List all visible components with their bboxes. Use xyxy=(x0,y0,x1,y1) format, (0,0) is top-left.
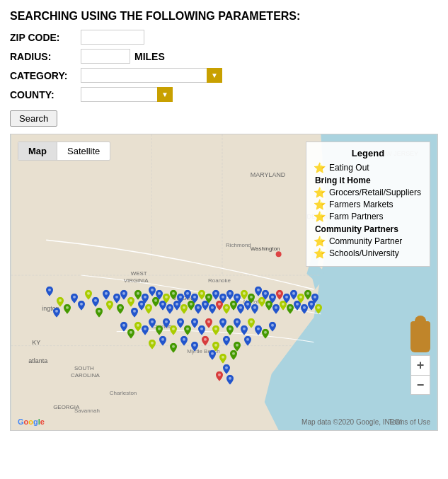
map-pin[interactable] xyxy=(248,318,255,330)
svg-point-124 xyxy=(236,344,239,347)
zoom-in-button[interactable]: + xyxy=(410,355,430,375)
map-pin[interactable] xyxy=(166,304,173,316)
zoom-out-button[interactable]: − xyxy=(410,375,430,395)
map-pin[interactable] xyxy=(134,322,142,334)
farm-partners-icon: ⭐ xyxy=(315,212,325,221)
radius-label: RADIUS: xyxy=(10,51,81,62)
map-pin[interactable] xyxy=(301,304,308,316)
svg-point-74 xyxy=(250,296,253,299)
svg-point-64 xyxy=(214,292,217,295)
svg-point-117 xyxy=(161,338,164,341)
map-pin[interactable] xyxy=(120,322,127,334)
legend-farmers-markets: ⭐ Farmers Markets xyxy=(315,200,421,209)
map-pin[interactable] xyxy=(145,304,152,316)
page-title: SEARCHING USING THE FOLLOWING PARAMETERS… xyxy=(10,10,438,23)
svg-point-44 xyxy=(144,296,147,299)
grocers-icon: ⭐ xyxy=(315,187,325,197)
map-pin[interactable] xyxy=(209,304,216,316)
map-pin[interactable] xyxy=(272,304,280,316)
map-pin[interactable] xyxy=(244,336,251,348)
map-pin[interactable] xyxy=(269,322,276,334)
map-pin[interactable] xyxy=(46,287,53,299)
map-type-map-button[interactable]: Map xyxy=(18,142,57,160)
svg-point-41 xyxy=(133,310,136,313)
map-pin[interactable] xyxy=(117,304,124,316)
map-pin[interactable] xyxy=(234,318,241,330)
map-pin[interactable] xyxy=(170,343,177,355)
svg-point-127 xyxy=(222,356,224,359)
map-pin[interactable] xyxy=(149,318,156,330)
svg-point-80 xyxy=(271,296,274,299)
map-pin[interactable] xyxy=(219,318,226,330)
map-pin[interactable] xyxy=(159,336,166,348)
svg-point-54 xyxy=(179,296,182,299)
map-pin[interactable] xyxy=(127,329,134,341)
county-select-wrap: ▼ xyxy=(81,87,173,102)
category-select[interactable] xyxy=(81,68,222,83)
svg-point-86 xyxy=(292,292,295,295)
map-pin[interactable] xyxy=(180,304,188,316)
map-pin[interactable] xyxy=(202,336,209,348)
map-pin[interactable] xyxy=(170,325,177,337)
map-pin[interactable] xyxy=(53,308,60,320)
search-params-section: SEARCHING USING THE FOLLOWING PARAMETERS… xyxy=(0,0,448,134)
map-pin[interactable] xyxy=(177,318,184,330)
map-pin[interactable] xyxy=(216,371,223,383)
map-pin[interactable] xyxy=(255,325,262,337)
map-pin[interactable] xyxy=(262,329,269,341)
bring-it-home-title: Bring it Home xyxy=(315,175,421,185)
svg-point-96 xyxy=(137,324,139,327)
map-pin[interactable] xyxy=(209,350,216,362)
legend-grocers: ⭐ Grocers/Retail/Suppliers xyxy=(315,187,421,197)
zip-row: ZIP CODE: xyxy=(10,30,438,45)
map-pin[interactable] xyxy=(195,304,202,316)
map-pin[interactable] xyxy=(191,342,198,354)
map-pin[interactable] xyxy=(163,318,170,330)
map-pin[interactable] xyxy=(106,301,113,313)
map-pin[interactable] xyxy=(71,294,78,306)
map-pin[interactable] xyxy=(223,336,230,348)
pegman-head xyxy=(415,316,426,327)
svg-point-121 xyxy=(204,338,207,341)
map-pin[interactable] xyxy=(205,318,212,330)
map-pin[interactable] xyxy=(64,304,71,316)
map-pin[interactable] xyxy=(120,290,127,302)
county-select[interactable] xyxy=(81,87,173,102)
map-type-satellite-button[interactable]: Satellite xyxy=(57,142,110,160)
map-pin[interactable] xyxy=(315,304,322,316)
grocers-label: Grocers/Retail/Suppliers xyxy=(329,187,421,197)
map-pin[interactable] xyxy=(180,336,188,348)
map-pin[interactable] xyxy=(230,350,237,362)
map-pin[interactable] xyxy=(142,325,149,337)
legend-eating-out: ⭐ Eating Out xyxy=(315,163,421,173)
map-container: ington KY atlanta WEST VIRGINIA VIRGINIA… xyxy=(10,134,438,431)
svg-point-46 xyxy=(151,289,154,292)
svg-point-119 xyxy=(183,338,185,341)
map-pin[interactable] xyxy=(287,304,294,316)
map-pin[interactable] xyxy=(251,304,258,316)
map-pin[interactable] xyxy=(96,308,103,320)
map-pin[interactable] xyxy=(191,318,198,330)
svg-point-59 xyxy=(197,306,200,309)
map-pin[interactable] xyxy=(78,301,85,313)
map-pin[interactable] xyxy=(131,308,138,320)
zip-input[interactable] xyxy=(81,30,144,45)
radius-input[interactable] xyxy=(81,49,130,64)
schools-icon: ⭐ xyxy=(315,248,325,258)
map-pin[interactable] xyxy=(212,325,219,337)
county-row: COUNTY: ▼ xyxy=(10,87,438,102)
map-pin[interactable] xyxy=(237,304,244,316)
svg-point-130 xyxy=(218,374,221,376)
map-pin[interactable] xyxy=(223,304,230,316)
legend-box: Legend ⭐ Eating Out Bring it Home ⭐ Groc… xyxy=(306,142,430,267)
terms-of-use-link[interactable]: Terms of Use xyxy=(389,418,430,426)
svg-point-125 xyxy=(246,338,249,341)
farm-partners-label: Farm Partners xyxy=(329,212,384,221)
search-button[interactable]: Search xyxy=(10,110,57,127)
eating-out-icon: ⭐ xyxy=(315,163,325,173)
map-pin[interactable] xyxy=(85,290,92,302)
svg-point-122 xyxy=(214,344,217,347)
map-pin[interactable] xyxy=(226,375,234,387)
pegman-button[interactable] xyxy=(410,321,430,352)
map-pin[interactable] xyxy=(149,340,156,352)
